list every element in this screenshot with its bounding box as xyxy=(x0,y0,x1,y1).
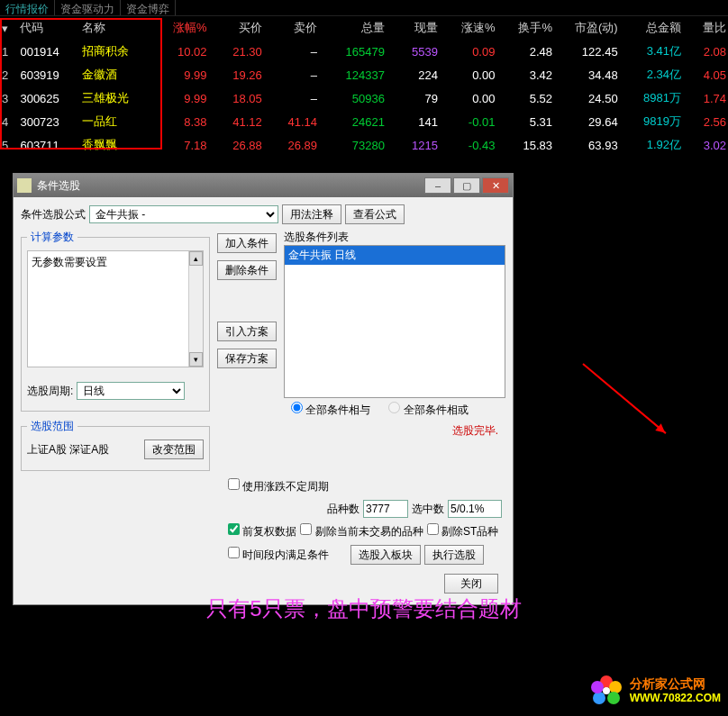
cell-turn: 3.42 xyxy=(496,63,554,86)
cell-cur: 5539 xyxy=(387,40,440,63)
hdr-ask[interactable]: 卖价 xyxy=(264,16,319,40)
hdr-vol[interactable]: 总量 xyxy=(319,16,387,40)
table-header-row: ▾ 代码 名称 涨幅% 买价 卖价 总量 现量 涨速% 换手% 市盈(动) 总金… xyxy=(0,16,728,40)
into-block-button[interactable]: 选股入板块 xyxy=(350,545,421,565)
cell-vol: 50936 xyxy=(319,86,387,110)
save-plan-button[interactable]: 保存方案 xyxy=(217,349,277,368)
status-text: 选股完毕. xyxy=(284,421,505,440)
tab-quotes[interactable]: 行情报价 xyxy=(0,0,55,15)
hdr-lb[interactable]: 量比 xyxy=(683,16,728,40)
delete-condition-button[interactable]: 删除条件 xyxy=(217,260,277,280)
condition-listbox[interactable]: 金牛共振 日线 xyxy=(284,245,505,398)
cell-bid: 21.30 xyxy=(208,40,263,63)
import-plan-button[interactable]: 引入方案 xyxy=(217,322,277,341)
logo-line2: WWW.70822.COM xyxy=(630,692,721,704)
cell-lb: 4.05 xyxy=(683,63,728,86)
formula-select[interactable]: 金牛共振 - xyxy=(89,205,278,223)
cell-code: 603919 xyxy=(18,63,79,86)
cell-name: 香飘飘 xyxy=(80,133,151,157)
period-select[interactable]: 日线 xyxy=(77,382,185,400)
radio-and[interactable]: 全部条件相与 xyxy=(291,402,370,418)
table-row[interactable]: 2603919金徽酒9.9919.26–1243372240.003.4234.… xyxy=(0,63,728,86)
kinds-field xyxy=(363,500,408,518)
cell-ask: – xyxy=(264,40,319,63)
cell-pe: 122.45 xyxy=(554,40,620,63)
close-button[interactable]: ✕ xyxy=(482,177,509,194)
cell-pe: 24.50 xyxy=(554,86,620,110)
chk-uncertain-period[interactable]: 使用涨跌不定周期 xyxy=(228,478,329,494)
hdr-cur[interactable]: 现量 xyxy=(387,16,440,40)
cell-name: 一品红 xyxy=(80,110,151,133)
cell-turn: 15.83 xyxy=(496,133,554,157)
cell-vol: 124337 xyxy=(319,63,387,86)
cell-pe: 63.93 xyxy=(554,133,620,157)
dialog-titlebar[interactable]: 条件选股 – ▢ ✕ xyxy=(14,174,513,197)
cell-turn: 2.48 xyxy=(496,40,554,63)
cell-vol: 73280 xyxy=(319,133,387,157)
hdr-code[interactable]: 代码 xyxy=(18,16,79,40)
cell-change: 9.99 xyxy=(151,86,209,110)
run-select-button[interactable]: 执行选股 xyxy=(424,545,484,565)
cell-amount: 2.34亿 xyxy=(620,63,683,86)
svg-point-3 xyxy=(593,692,605,704)
scroll-down-icon[interactable]: ▾ xyxy=(189,352,203,367)
cell-lb: 1.74 xyxy=(683,86,728,110)
cell-bid: 26.88 xyxy=(208,133,263,157)
scroll-up-icon[interactable]: ▴ xyxy=(189,251,203,266)
row-index: 5 xyxy=(0,133,18,157)
cell-speed: -0.43 xyxy=(440,133,497,157)
chk-fuquan[interactable]: 前复权数据 xyxy=(228,523,296,539)
chk-time-range[interactable]: 时间段内满足条件 xyxy=(228,547,329,563)
hdr-pe[interactable]: 市盈(动) xyxy=(554,16,620,40)
tab-capital-game[interactable]: 资金博弈 xyxy=(121,0,176,15)
hdr-turn[interactable]: 换手% xyxy=(496,16,554,40)
hdr-bid[interactable]: 买价 xyxy=(208,16,263,40)
site-logo: 分析家公式网 WWW.70822.COM xyxy=(588,673,721,709)
hdr-dropdown[interactable]: ▾ xyxy=(0,16,18,40)
maximize-button[interactable]: ▢ xyxy=(453,177,480,194)
cell-speed: 0.09 xyxy=(440,40,497,63)
hdr-amount[interactable]: 总金额 xyxy=(620,16,683,40)
cell-change: 8.38 xyxy=(151,110,209,133)
cell-amount: 3.41亿 xyxy=(620,40,683,63)
chk-remove-st[interactable]: 剔除ST品种 xyxy=(427,523,499,539)
view-formula-button[interactable]: 查看公式 xyxy=(345,204,405,224)
row-index: 1 xyxy=(0,40,18,63)
minimize-button[interactable]: – xyxy=(424,177,451,194)
table-row[interactable]: 4300723一品红8.3841.1241.1424621141-0.015.3… xyxy=(0,110,728,133)
annotation-arrow xyxy=(582,363,666,434)
hdr-speed[interactable]: 涨速% xyxy=(440,16,497,40)
condition-item[interactable]: 金牛共振 日线 xyxy=(285,246,505,265)
scope-text: 上证A股 深证A股 xyxy=(27,442,109,458)
dialog-close-button[interactable]: 关闭 xyxy=(444,574,498,594)
radio-or[interactable]: 全部条件相或 xyxy=(388,402,468,418)
no-param-text: 无参数需要设置 xyxy=(28,251,203,274)
cell-vol: 165479 xyxy=(319,40,387,63)
cell-cur: 1215 xyxy=(387,133,440,157)
chk-remove-nontrade[interactable]: 剔除当前未交易的品种 xyxy=(300,523,423,539)
hdr-name[interactable]: 名称 xyxy=(80,16,151,40)
usage-button[interactable]: 用法注释 xyxy=(282,204,341,224)
cell-ask: – xyxy=(264,86,319,110)
add-condition-button[interactable]: 加入条件 xyxy=(217,233,277,253)
svg-point-2 xyxy=(607,692,620,704)
cond-list-label: 选股条件列表 xyxy=(284,231,349,243)
dialog-title: 条件选股 xyxy=(37,178,423,194)
hdr-change[interactable]: 涨幅% xyxy=(151,16,209,40)
tab-capital-drive[interactable]: 资金驱动力 xyxy=(55,0,121,15)
table-row[interactable]: 3300625三雄极光9.9918.05–50936790.005.5224.5… xyxy=(0,86,728,110)
param-scrollbar[interactable]: ▴ ▾ xyxy=(188,251,203,367)
table-row[interactable]: 5603711香飘飘7.1826.8826.89732801215-0.4315… xyxy=(0,133,728,157)
cell-bid: 18.05 xyxy=(208,86,263,110)
param-listbox[interactable]: 无参数需要设置 ▴ ▾ xyxy=(27,250,204,367)
change-scope-button[interactable]: 改变范围 xyxy=(144,440,204,459)
cell-code: 001914 xyxy=(18,40,79,63)
cell-code: 603711 xyxy=(18,133,79,157)
cell-pe: 29.64 xyxy=(554,110,620,133)
table-row[interactable]: 1001914招商积余10.0221.30–16547955390.092.48… xyxy=(0,40,728,63)
cell-speed: 0.00 xyxy=(440,86,497,110)
cell-change: 9.99 xyxy=(151,63,209,86)
cell-ask: 26.89 xyxy=(264,133,319,157)
dialog-icon xyxy=(17,178,32,193)
cell-ask: 41.14 xyxy=(264,110,319,133)
